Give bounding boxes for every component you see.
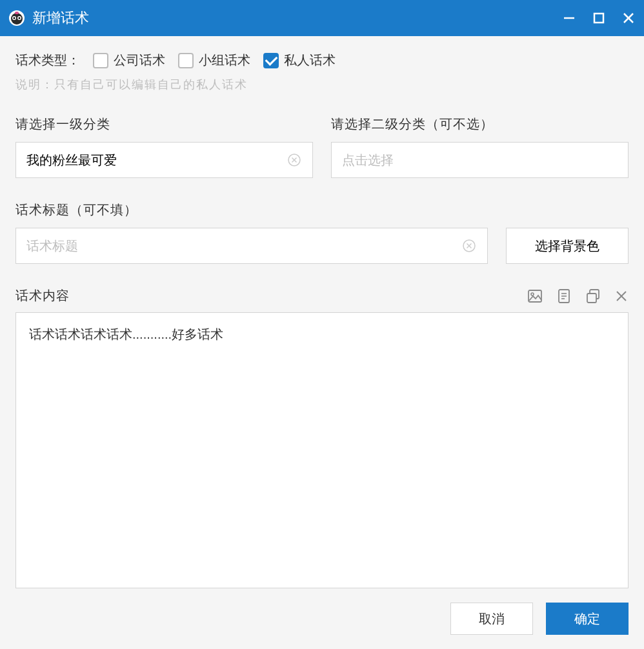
maximize-button[interactable] [591,10,607,26]
app-icon [8,9,26,27]
svg-rect-8 [594,14,603,23]
image-icon[interactable] [527,288,543,305]
script-type-row: 话术类型： 公司话术 小组话术 私人话术 [15,52,629,69]
type-hint: 说明：只有自己可以编辑自己的私人话术 [15,77,629,92]
svg-point-6 [15,12,19,14]
script-title-input[interactable] [26,239,461,254]
ok-button[interactable]: 确定 [546,603,629,635]
titlebar: 新增话术 [0,0,644,36]
svg-rect-24 [587,294,596,303]
svg-point-5 [19,17,21,19]
choose-bgcolor-button[interactable]: 选择背景色 [506,228,629,264]
company-script-checkbox[interactable] [93,53,108,68]
company-script-label: 公司话术 [114,52,165,69]
ok-button-label: 确定 [574,610,600,628]
dialog-footer: 取消 确定 [0,588,644,649]
window-title: 新增话术 [32,8,561,28]
svg-point-18 [531,293,534,295]
private-script-label: 私人话术 [284,52,336,69]
secondary-category-select[interactable] [331,142,629,178]
primary-category-select[interactable] [15,142,313,178]
group-script-checkbox[interactable] [178,53,194,68]
private-script-checkbox[interactable] [263,53,279,68]
primary-category-clear-icon[interactable] [287,152,302,168]
cancel-button-label: 取消 [479,610,505,628]
script-content-editor[interactable] [15,312,629,588]
svg-point-4 [14,17,15,19]
primary-category-input[interactable] [26,153,287,168]
choose-bgcolor-label: 选择背景色 [535,237,599,255]
secondary-category-label: 请选择二级分类（可不选） [331,115,629,133]
script-title-box[interactable] [15,228,488,264]
script-content-label: 话术内容 [15,287,70,305]
script-type-label: 话术类型： [15,52,80,69]
secondary-category-input[interactable] [342,153,618,168]
close-button[interactable] [621,10,636,26]
copy-icon[interactable] [585,288,601,305]
group-script-label: 小组话术 [199,52,250,69]
svg-rect-17 [528,290,541,302]
delete-icon[interactable] [614,289,629,303]
document-icon[interactable] [556,288,572,305]
script-title-clear-icon[interactable] [461,238,477,254]
minimize-button[interactable] [561,10,577,26]
primary-category-label: 请选择一级分类 [15,115,313,133]
script-title-label: 话术标题（可不填） [15,201,488,219]
cancel-button[interactable]: 取消 [450,603,533,635]
